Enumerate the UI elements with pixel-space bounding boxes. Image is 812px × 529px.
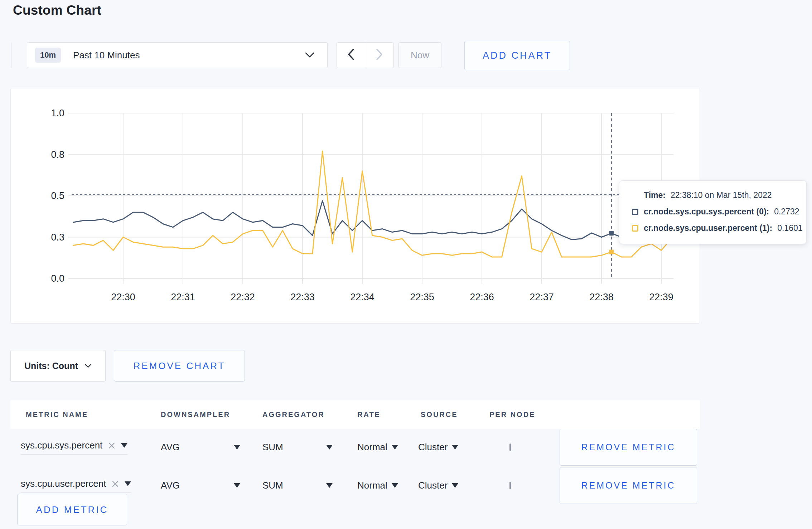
rate-value: Normal bbox=[357, 442, 387, 453]
downsampler-value: AVG bbox=[161, 442, 180, 453]
svg-text:22:36: 22:36 bbox=[470, 292, 494, 302]
chevron-down-icon bbox=[305, 52, 314, 58]
time-range-label: Past 10 Minutes bbox=[73, 50, 140, 61]
svg-text:22:37: 22:37 bbox=[530, 292, 554, 302]
toolbar-divider bbox=[11, 43, 11, 68]
metric-name-value: sys.cpu.user.percent bbox=[21, 478, 106, 489]
metric-name-value: sys.cpu.sys.percent bbox=[21, 440, 102, 451]
metric-name-dropdown[interactable]: sys.cpu.user.percent bbox=[21, 478, 131, 493]
column-header-source: SOURCE bbox=[418, 411, 487, 419]
clear-metric-icon[interactable] bbox=[108, 442, 115, 449]
remove-metric-button[interactable]: REMOVE METRIC bbox=[560, 467, 697, 504]
column-header-metric-name: METRIC NAME bbox=[21, 411, 161, 419]
rate-dropdown[interactable]: Normal bbox=[357, 480, 398, 491]
remove-metric-button[interactable]: REMOVE METRIC bbox=[560, 429, 697, 466]
time-window-badge: 10m bbox=[35, 48, 61, 63]
add-metric-button[interactable]: ADD METRIC bbox=[17, 494, 127, 525]
dropdown-arrow-icon bbox=[121, 443, 127, 448]
tooltip-time-row: Time: 22:38:10 on Mar 15th, 2022 bbox=[644, 190, 799, 200]
downsampler-dropdown[interactable]: AVG bbox=[161, 480, 240, 491]
metrics-chart[interactable]: 0.00.30.50.81.022:3022:3122:3222:3322:34… bbox=[11, 88, 700, 324]
series-swatch-sys-icon bbox=[632, 209, 638, 215]
source-value: Cluster bbox=[418, 442, 448, 453]
per-node-checkbox[interactable] bbox=[509, 443, 511, 451]
tooltip-series-row: cr.node.sys.cpu.sys.percent (0): 0.2732 bbox=[644, 207, 799, 217]
metrics-table-header: METRIC NAME DOWNSAMPLER AGGREGATOR RATE … bbox=[10, 400, 700, 429]
time-range-selector[interactable]: 10m Past 10 Minutes bbox=[27, 42, 328, 68]
dropdown-arrow-icon bbox=[234, 483, 240, 488]
aggregator-value: SUM bbox=[262, 480, 283, 491]
source-value: Cluster bbox=[418, 480, 448, 491]
remove-chart-button[interactable]: REMOVE CHART bbox=[114, 350, 245, 382]
svg-text:1.0: 1.0 bbox=[51, 108, 64, 118]
dropdown-arrow-icon bbox=[125, 481, 131, 486]
dropdown-arrow-icon bbox=[326, 445, 333, 450]
svg-text:22:35: 22:35 bbox=[410, 292, 434, 302]
column-header-downsampler: DOWNSAMPLER bbox=[161, 411, 262, 419]
svg-text:22:38: 22:38 bbox=[589, 292, 614, 302]
dropdown-arrow-icon bbox=[326, 483, 333, 488]
dropdown-arrow-icon bbox=[392, 445, 398, 450]
svg-text:22:30: 22:30 bbox=[111, 292, 135, 302]
column-header-per-node: PER NODE bbox=[487, 411, 560, 419]
page-title: Custom Chart bbox=[13, 3, 101, 18]
svg-text:22:33: 22:33 bbox=[290, 292, 315, 302]
tooltip-series-row: cr.node.sys.cpu.user.percent (1): 0.1601 bbox=[644, 223, 799, 233]
rate-dropdown[interactable]: Normal bbox=[357, 442, 398, 453]
dropdown-arrow-icon bbox=[392, 483, 398, 488]
source-dropdown[interactable]: Cluster bbox=[418, 480, 458, 491]
downsampler-dropdown[interactable]: AVG bbox=[161, 442, 240, 453]
svg-text:0.3: 0.3 bbox=[51, 232, 64, 243]
svg-text:22:31: 22:31 bbox=[171, 292, 195, 302]
aggregator-dropdown[interactable]: SUM bbox=[262, 442, 333, 453]
aggregator-dropdown[interactable]: SUM bbox=[262, 480, 333, 491]
tooltip-time-value: 22:38:10 on Mar 15th, 2022 bbox=[671, 190, 772, 200]
metric-name-dropdown[interactable]: sys.cpu.sys.percent bbox=[21, 440, 127, 455]
chevron-right-icon bbox=[376, 48, 383, 62]
chevron-left-icon bbox=[347, 48, 355, 62]
now-button[interactable]: Now bbox=[398, 42, 441, 68]
metric-row: sys.cpu.sys.percent AVG SUM Normal Clust… bbox=[10, 429, 700, 466]
chart-tooltip: Time: 22:38:10 on Mar 15th, 2022 cr.node… bbox=[619, 180, 807, 244]
dropdown-arrow-icon bbox=[452, 445, 458, 450]
prev-timerange-button[interactable] bbox=[337, 42, 365, 68]
column-header-rate: RATE bbox=[357, 411, 418, 419]
tooltip-series-value: 0.2732 bbox=[774, 207, 799, 217]
clear-metric-icon[interactable] bbox=[112, 480, 119, 487]
tooltip-time-label: Time: bbox=[644, 190, 666, 200]
column-header-aggregator: AGGREGATOR bbox=[262, 411, 357, 419]
dropdown-arrow-icon bbox=[452, 483, 458, 488]
svg-text:0.8: 0.8 bbox=[51, 149, 64, 160]
aggregator-value: SUM bbox=[262, 442, 283, 453]
svg-text:22:34: 22:34 bbox=[350, 292, 374, 302]
tooltip-series-value: 0.1601 bbox=[777, 223, 802, 233]
chart-card: 0.00.30.50.81.022:3022:3122:3222:3322:34… bbox=[10, 88, 700, 324]
svg-text:22:32: 22:32 bbox=[231, 292, 255, 302]
units-label: Units: Count bbox=[24, 361, 78, 371]
downsampler-value: AVG bbox=[161, 480, 180, 491]
chevron-down-icon bbox=[84, 364, 92, 368]
svg-text:22:39: 22:39 bbox=[649, 292, 673, 302]
next-timerange-button[interactable] bbox=[365, 42, 394, 68]
svg-text:0.5: 0.5 bbox=[51, 190, 64, 201]
svg-text:0.0: 0.0 bbox=[51, 273, 64, 284]
tooltip-series-name: cr.node.sys.cpu.sys.percent (0): bbox=[644, 207, 769, 217]
per-node-checkbox[interactable] bbox=[509, 482, 511, 489]
add-chart-button[interactable]: ADD CHART bbox=[464, 41, 570, 70]
series-swatch-user-icon bbox=[632, 225, 638, 232]
source-dropdown[interactable]: Cluster bbox=[418, 442, 458, 453]
tooltip-series-name: cr.node.sys.cpu.user.percent (1): bbox=[644, 223, 772, 233]
units-selector[interactable]: Units: Count bbox=[10, 350, 106, 382]
dropdown-arrow-icon bbox=[234, 445, 240, 450]
rate-value: Normal bbox=[357, 480, 387, 491]
